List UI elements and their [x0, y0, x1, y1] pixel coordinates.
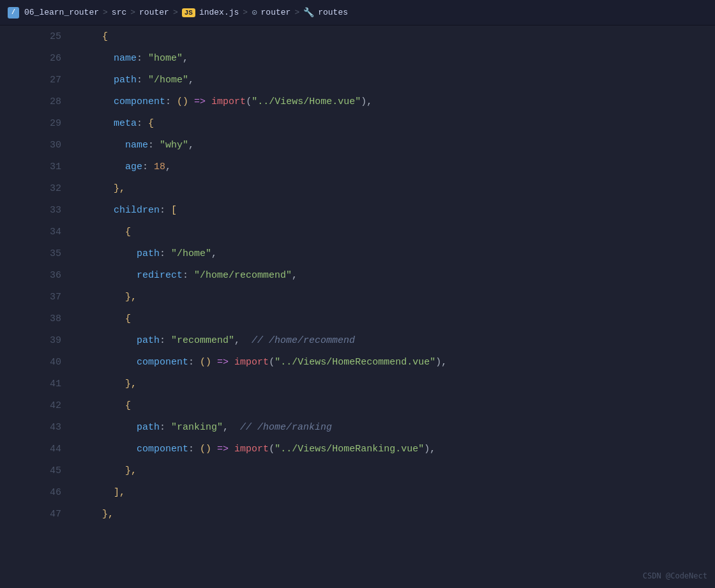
token: ,: [165, 162, 171, 172]
breadcrumb-router: router: [139, 8, 169, 17]
line-number: 44: [0, 444, 77, 455]
token: :: [160, 205, 171, 216]
breadcrumb-js-badge: JS: [182, 8, 195, 17]
token: name: [114, 53, 137, 64]
line-number: 45: [0, 465, 77, 476]
token: {: [125, 227, 131, 237]
token: [211, 444, 217, 455]
token: },: [102, 509, 114, 520]
token: (): [200, 444, 211, 455]
token: (: [246, 96, 252, 107]
token: // /home/ranking: [229, 422, 332, 433]
breadcrumb-router-icon: ⊙: [252, 7, 257, 18]
line-code: redirect: "/home/recommend",: [77, 270, 715, 281]
code-line-37: 37 },: [0, 286, 715, 308]
token: "recommend": [171, 335, 234, 346]
token: :: [142, 162, 154, 172]
token: "why": [160, 140, 188, 151]
line-code: },: [77, 379, 715, 389]
token: [79, 248, 137, 259]
token: [79, 96, 114, 107]
token: [79, 31, 102, 42]
code-line-35: 35 path: "/home",: [0, 243, 715, 264]
token: [188, 96, 194, 107]
token: path: [137, 335, 160, 346]
token: (: [269, 357, 275, 368]
line-code: component: () => import("../Views/HomeRe…: [77, 357, 715, 368]
token: [229, 357, 234, 368]
token: [79, 75, 114, 86]
token: "/home": [148, 75, 188, 86]
folder-icon: /: [8, 7, 19, 19]
line-number: 43: [0, 422, 77, 433]
line-number: 42: [0, 400, 77, 411]
code-line-33: 33 children: [: [0, 199, 715, 221]
token: {: [125, 313, 131, 324]
line-code: ],: [77, 487, 715, 498]
token: ,: [223, 422, 229, 433]
line-number: 47: [0, 509, 77, 520]
token: ,: [188, 75, 194, 86]
code-line-34: 34 {: [0, 221, 715, 243]
line-number: 31: [0, 162, 77, 172]
line-code: name: "why",: [77, 140, 715, 151]
token: :: [137, 118, 148, 129]
token: "../Views/HomeRecommend.vue": [275, 357, 435, 368]
line-code: {: [77, 227, 715, 237]
watermark: CSDN @CodeNect: [643, 571, 707, 580]
token: [79, 357, 137, 368]
token: "ranking": [171, 422, 223, 433]
token: ,: [211, 248, 217, 259]
token: :: [160, 248, 171, 259]
code-line-27: 27 path: "/home",: [0, 69, 715, 91]
token: [79, 227, 125, 237]
token: children: [114, 205, 160, 216]
line-number: 30: [0, 140, 77, 151]
token: [206, 96, 211, 107]
code-line-39: 39 path: "recommend", // /home/recommend: [0, 329, 715, 351]
breadcrumb-folder1: 06_learn_router: [24, 8, 99, 17]
line-code: age: 18,: [77, 162, 715, 172]
line-code: {: [77, 313, 715, 324]
token: [79, 118, 114, 129]
token: ),: [361, 96, 372, 107]
token: component: [137, 357, 188, 368]
token: :: [137, 53, 148, 64]
token: import: [211, 96, 246, 107]
token: [79, 162, 125, 172]
token: [79, 444, 137, 455]
token: },: [125, 292, 137, 303]
line-code: },: [77, 183, 715, 194]
token: (): [200, 357, 211, 368]
code-line-38: 38 {: [0, 308, 715, 329]
line-code: path: "ranking", // /home/ranking: [77, 422, 715, 433]
line-code: path: "/home",: [77, 248, 715, 259]
token: ,: [234, 335, 240, 346]
line-code: {: [77, 400, 715, 411]
token: [79, 487, 114, 498]
token: [79, 400, 125, 411]
line-number: 28: [0, 96, 77, 107]
breadcrumb-sep4: >: [243, 8, 248, 17]
token: [: [171, 205, 177, 216]
breadcrumb-wrench-icon: 🔧: [303, 7, 314, 18]
code-line-44: 44 component: () => import("../Views/Hom…: [0, 438, 715, 460]
token: "/home/recommend": [194, 270, 292, 281]
token: import: [234, 357, 269, 368]
token: :: [137, 75, 148, 86]
line-code: path: "/home",: [77, 75, 715, 86]
token: :: [160, 422, 171, 433]
line-code: children: [: [77, 205, 715, 216]
code-line-32: 32 },: [0, 177, 715, 199]
token: path: [137, 422, 160, 433]
token: (): [177, 96, 188, 107]
code-line-42: 42 {: [0, 395, 715, 416]
token: :: [183, 270, 194, 281]
token: 18: [154, 162, 165, 172]
token: :: [188, 357, 200, 368]
line-number: 40: [0, 357, 77, 368]
code-line-40: 40 component: () => import("../Views/Hom…: [0, 351, 715, 373]
breadcrumb-sep3: >: [173, 8, 178, 17]
token: {: [125, 400, 131, 411]
token: =>: [194, 96, 206, 107]
